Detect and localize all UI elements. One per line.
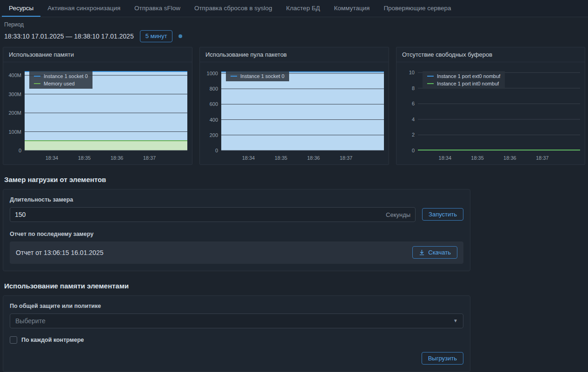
svg-text:400M: 400M	[8, 72, 21, 78]
legend-label: Instance 1 socket 0	[44, 73, 88, 79]
svg-text:8: 8	[412, 85, 415, 91]
legend-item[interactable]: Instance 1 port int0 nombuf	[427, 81, 500, 86]
download-icon	[419, 249, 425, 255]
svg-text:1000: 1000	[207, 71, 218, 76]
chart-legend: Instance 1 socket 0	[226, 71, 289, 81]
svg-text:6: 6	[412, 101, 415, 106]
tab-checking-servers[interactable]: Проверяющие сервера	[377, 0, 458, 17]
chart-title-packet-pool: Использование пула пакетов	[200, 47, 389, 62]
export-row: Выгрузить	[10, 352, 463, 365]
protection-policy-label: По общей защите или политике	[10, 303, 463, 309]
report-row: Отчет от 13:06:15 16.01.2025 Скачать	[10, 241, 463, 264]
period-range[interactable]: 18:33:10 17.01.2025 — 18:38:10 17.01.202…	[4, 33, 134, 40]
svg-text:0: 0	[215, 148, 218, 153]
export-button[interactable]: Выгрузить	[422, 352, 463, 365]
svg-text:2: 2	[412, 132, 415, 137]
duration-input[interactable]	[10, 207, 416, 222]
duration-label: Длительность замера	[10, 196, 463, 203]
report-label: Отчет по последнему замеру	[10, 231, 463, 237]
chart-packet-pool: 0200400600800100018:3418:3518:3618:37Ins…	[200, 62, 389, 164]
svg-text:18:36: 18:36	[307, 155, 320, 161]
per-countermeasure-checkbox[interactable]	[10, 336, 17, 344]
svg-text:600: 600	[210, 101, 218, 107]
tab-resources[interactable]: Ресурсы	[2, 0, 40, 17]
svg-text:18:36: 18:36	[111, 155, 124, 161]
tabbar: Ресурсы Активная синхронизация Отправка …	[0, 0, 588, 17]
legend-swatch	[427, 83, 434, 84]
protection-policy-select[interactable]: Выберите ▼	[10, 313, 463, 328]
svg-text:18:35: 18:35	[471, 155, 484, 161]
chart-legend: Instance 1 socket 0Memory used	[29, 71, 92, 89]
svg-text:18:34: 18:34	[46, 155, 59, 161]
per-countermeasure-label: По каждой контрмере	[21, 337, 84, 343]
period-label: Период	[4, 21, 588, 28]
legend-label: Instance 1 port ext0 nombuf	[437, 73, 500, 79]
legend-label: Instance 1 socket 0	[240, 73, 284, 79]
section-title-load-measure: Замер нагрузки от элементов	[4, 176, 588, 183]
svg-text:100M: 100M	[8, 129, 21, 134]
legend-label: Instance 1 port int0 nombuf	[437, 81, 499, 86]
svg-text:4: 4	[412, 117, 415, 122]
svg-text:18:36: 18:36	[503, 155, 516, 161]
legend-swatch	[427, 76, 434, 77]
legend-item[interactable]: Instance 1 port ext0 nombuf	[427, 73, 500, 79]
select-placeholder: Выберите	[15, 317, 46, 325]
tab-sflow[interactable]: Отправка sFlow	[127, 0, 187, 17]
svg-text:0: 0	[412, 148, 415, 153]
svg-text:18:37: 18:37	[340, 155, 353, 161]
period-row: 18:33:10 17.01.2025 — 18:38:10 17.01.202…	[4, 30, 588, 42]
live-indicator-dot	[178, 34, 182, 38]
chart-title-nombuf: Отсутствие свободных буферов	[396, 47, 585, 62]
legend-item[interactable]: Instance 1 socket 0	[231, 73, 284, 79]
memory-usage-card: По общей защите или политике Выберите ▼ …	[3, 295, 470, 372]
chevron-down-icon: ▼	[453, 318, 458, 323]
svg-text:10: 10	[409, 70, 415, 75]
download-button[interactable]: Скачать	[412, 246, 457, 259]
svg-text:18:34: 18:34	[439, 155, 452, 161]
legend-swatch	[231, 76, 237, 77]
tab-syslog-drops[interactable]: Отправка сбросов в syslog	[187, 0, 279, 17]
chart-panel-packet-pool: Использование пула пакетов 0200400600800…	[199, 47, 389, 165]
svg-text:0: 0	[19, 148, 21, 153]
svg-text:800: 800	[210, 86, 218, 91]
chart-title-memory: Использование памяти	[3, 47, 192, 62]
chart-legend: Instance 1 port ext0 nombufInstance 1 po…	[423, 71, 505, 89]
chart-memory: 0100M200M300M400M18:3418:3518:3618:37Ins…	[3, 62, 192, 164]
load-measure-card: Длительность замера Секунды Запустить От…	[3, 189, 470, 271]
legend-swatch	[34, 76, 40, 77]
tab-db-cluster[interactable]: Кластер БД	[279, 0, 327, 17]
duration-input-wrap: Секунды	[10, 207, 416, 222]
duration-unit: Секунды	[386, 211, 410, 218]
tab-switching[interactable]: Коммутация	[327, 0, 377, 17]
per-countermeasure-row[interactable]: По каждой контрмере	[10, 336, 463, 344]
download-button-label: Скачать	[428, 249, 451, 256]
legend-swatch	[34, 83, 40, 84]
legend-label: Memory used	[44, 81, 75, 86]
svg-text:400: 400	[210, 117, 218, 122]
svg-text:200M: 200M	[8, 110, 21, 116]
chart-panel-memory: Использование памяти 0100M200M300M400M18…	[3, 47, 192, 165]
report-text: Отчет от 13:06:15 16.01.2025	[16, 249, 103, 256]
svg-text:18:37: 18:37	[536, 155, 549, 161]
period-interval-button[interactable]: 5 минут	[140, 30, 173, 42]
svg-text:18:35: 18:35	[78, 155, 91, 161]
charts-row: Использование памяти 0100M200M300M400M18…	[3, 47, 585, 165]
legend-item[interactable]: Instance 1 socket 0	[34, 73, 88, 79]
svg-text:18:37: 18:37	[143, 155, 156, 161]
svg-text:18:34: 18:34	[242, 155, 255, 161]
svg-text:18:35: 18:35	[275, 155, 288, 161]
svg-text:200: 200	[210, 132, 218, 137]
svg-text:300M: 300M	[8, 91, 21, 97]
section-title-memory-usage: Использование памяти элементами	[4, 282, 588, 290]
tab-active-sync[interactable]: Активная синхронизация	[40, 0, 127, 17]
start-button[interactable]: Запустить	[422, 208, 463, 221]
legend-item[interactable]: Memory used	[34, 81, 88, 86]
duration-row: Секунды Запустить	[10, 207, 463, 222]
chart-nombuf: 024681018:3418:3518:3618:37Instance 1 po…	[396, 62, 585, 164]
chart-panel-nombuf: Отсутствие свободных буферов 024681018:3…	[396, 47, 585, 165]
